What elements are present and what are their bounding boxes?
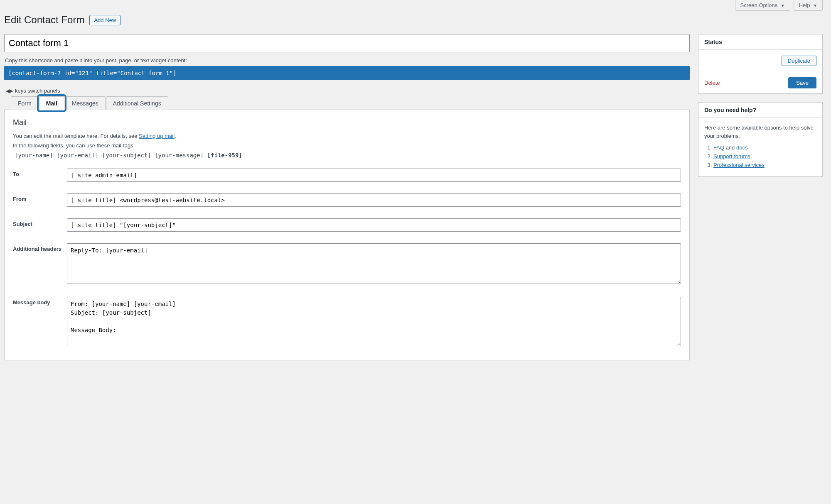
shortcode-display[interactable]: [contact-form-7 id="321" title="Contact … xyxy=(4,66,690,80)
docs-link[interactable]: docs xyxy=(736,144,747,151)
subject-label: Subject xyxy=(13,218,67,227)
professional-services-link[interactable]: Professional services xyxy=(713,162,765,168)
caret-down-icon: ▼ xyxy=(781,3,785,8)
mail-tags-intro: In the following fields, you can use the… xyxy=(13,142,681,150)
additional-headers-textarea[interactable]: Reply-To: [your-email] xyxy=(67,243,681,284)
tab-messages[interactable]: Messages xyxy=(65,96,106,110)
support-forums-link[interactable]: Support forums xyxy=(713,153,750,159)
help-box: Do you need help? Here are some availabl… xyxy=(698,102,823,177)
status-box: Status Duplicate Delete Save xyxy=(698,34,823,94)
help-item-faq: FAQ and docs xyxy=(713,144,816,151)
tab-mail[interactable]: Mail xyxy=(39,96,64,110)
faq-link[interactable]: FAQ xyxy=(713,144,724,151)
help-toggle[interactable]: Help ▼ xyxy=(794,0,823,11)
caret-down-icon: ▼ xyxy=(813,3,817,8)
message-body-textarea[interactable]: From: [your-name] [your-email] Subject: … xyxy=(67,297,681,346)
message-body-label: Message body xyxy=(13,297,67,306)
from-label: From xyxy=(13,193,67,202)
shortcode-help-text: Copy this shortcode and paste it into yo… xyxy=(5,57,690,64)
mail-tags: [your-name] [your-email] [your-subject] … xyxy=(15,152,204,159)
tab-form[interactable]: Form xyxy=(11,96,39,110)
mail-panel: Mail You can edit the mail template here… xyxy=(4,110,690,360)
and-text: and xyxy=(724,144,736,151)
status-heading: Status xyxy=(698,34,822,50)
mail-heading: Mail xyxy=(13,118,681,127)
to-label: To xyxy=(13,169,67,177)
screen-options-toggle[interactable]: Screen Options ▼ xyxy=(735,0,790,11)
help-item-pro: Professional services xyxy=(713,162,816,168)
setting-up-mail-link[interactable]: Setting up mail xyxy=(139,133,175,139)
mail-tags-bold: [file-959] xyxy=(207,152,242,159)
help-heading: Do you need help? xyxy=(698,103,822,118)
screen-options-label: Screen Options xyxy=(740,2,778,8)
help-intro: Here are some available options to help … xyxy=(704,124,816,140)
from-input[interactable] xyxy=(67,193,681,207)
arrows-icon: ◀▶ xyxy=(6,88,12,94)
help-label: Help xyxy=(799,2,810,8)
form-title-input[interactable] xyxy=(4,34,690,52)
to-input[interactable] xyxy=(67,169,681,182)
mail-desc-suffix: . xyxy=(175,133,176,139)
help-item-support: Support forums xyxy=(713,153,816,159)
duplicate-button[interactable]: Duplicate xyxy=(782,56,816,66)
mail-desc-prefix: You can edit the mail template here. For… xyxy=(13,133,139,139)
save-button[interactable]: Save xyxy=(788,77,816,88)
delete-link[interactable]: Delete xyxy=(704,80,720,86)
additional-headers-label: Additional headers xyxy=(13,243,67,252)
add-new-button[interactable]: Add New xyxy=(89,15,120,25)
subject-input[interactable] xyxy=(67,218,681,232)
tab-additional-settings[interactable]: Additional Settings xyxy=(106,96,168,110)
page-title: Edit Contact Form xyxy=(4,14,84,26)
keys-hint-text: keys switch panels xyxy=(15,88,60,94)
